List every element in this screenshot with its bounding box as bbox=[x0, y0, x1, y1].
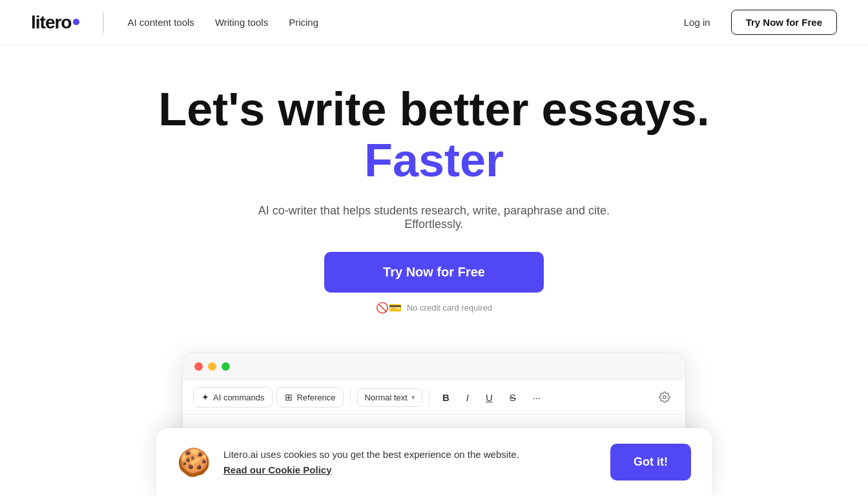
svg-point-0 bbox=[663, 396, 666, 399]
gear-icon bbox=[659, 391, 670, 403]
ai-commands-button[interactable]: ✦ AI commands bbox=[193, 387, 273, 408]
window-maximize-button[interactable] bbox=[222, 362, 230, 371]
underline-button[interactable]: U bbox=[479, 388, 499, 407]
toolbar-separator-2 bbox=[429, 389, 429, 405]
logo-text: litero bbox=[31, 12, 71, 33]
hero-title-line1: Let's write better essays. bbox=[158, 83, 710, 135]
more-options-button[interactable]: ··· bbox=[526, 388, 548, 407]
hero-cta-button[interactable]: Try Now for Free bbox=[324, 252, 544, 293]
nav-links: AI content tools Writing tools Pricing bbox=[127, 17, 673, 28]
ai-commands-icon: ✦ bbox=[202, 392, 209, 402]
login-button[interactable]: Log in bbox=[674, 12, 721, 33]
hero-title-faster: Faster bbox=[158, 135, 710, 186]
ai-commands-label: AI commands bbox=[213, 393, 264, 402]
navigation: litero AI content tools Writing tools Pr… bbox=[0, 0, 868, 45]
no-card-notice: 🚫💳 No credit card required bbox=[376, 302, 492, 314]
bold-button[interactable]: B bbox=[436, 388, 456, 407]
italic-button[interactable]: I bbox=[460, 388, 475, 407]
hero-title: Let's write better essays. Faster bbox=[158, 84, 710, 186]
hero-subtitle: AI co-writer that helps students researc… bbox=[240, 204, 628, 231]
nav-try-button[interactable]: Try Now for Free bbox=[731, 10, 837, 35]
editor-titlebar bbox=[183, 353, 685, 380]
editor-toolbar: ✦ AI commands ⊞ Reference Normal text ▾ … bbox=[183, 380, 685, 415]
logo-dot bbox=[73, 19, 79, 25]
cookie-icon: 🍪 bbox=[177, 446, 211, 478]
nav-actions: Log in Try Now for Free bbox=[674, 10, 837, 35]
reference-icon: ⊞ bbox=[285, 392, 293, 402]
window-close-button[interactable] bbox=[194, 362, 203, 371]
cookie-banner: 🍪 Litero.ai uses cookies so you get the … bbox=[156, 428, 712, 496]
reference-label: Reference bbox=[296, 393, 335, 402]
cookie-message: Litero.ai uses cookies so you get the be… bbox=[223, 449, 519, 460]
chevron-down-icon: ▾ bbox=[411, 393, 415, 402]
window-minimize-button[interactable] bbox=[208, 362, 216, 371]
no-card-icon: 🚫💳 bbox=[376, 302, 402, 314]
logo[interactable]: litero bbox=[31, 12, 104, 33]
hero-section: Let's write better essays. Faster AI co-… bbox=[0, 45, 868, 340]
cookie-text: Litero.ai uses cookies so you get the be… bbox=[223, 447, 597, 478]
cookie-policy-link[interactable]: Read our Cookie Policy bbox=[223, 464, 332, 475]
settings-button[interactable] bbox=[654, 387, 675, 408]
nav-link-pricing[interactable]: Pricing bbox=[289, 17, 318, 28]
got-it-button[interactable]: Got it! bbox=[610, 444, 691, 480]
normal-text-label: Normal text bbox=[364, 393, 407, 402]
toolbar-separator-1 bbox=[350, 389, 351, 405]
no-card-text: No credit card required bbox=[407, 303, 492, 313]
reference-button[interactable]: ⊞ Reference bbox=[276, 387, 344, 408]
nav-link-ai-content-tools[interactable]: AI content tools bbox=[127, 17, 194, 28]
normal-text-select[interactable]: Normal text ▾ bbox=[357, 388, 422, 407]
strikethrough-button[interactable]: S bbox=[503, 388, 522, 407]
nav-link-writing-tools[interactable]: Writing tools bbox=[215, 17, 268, 28]
